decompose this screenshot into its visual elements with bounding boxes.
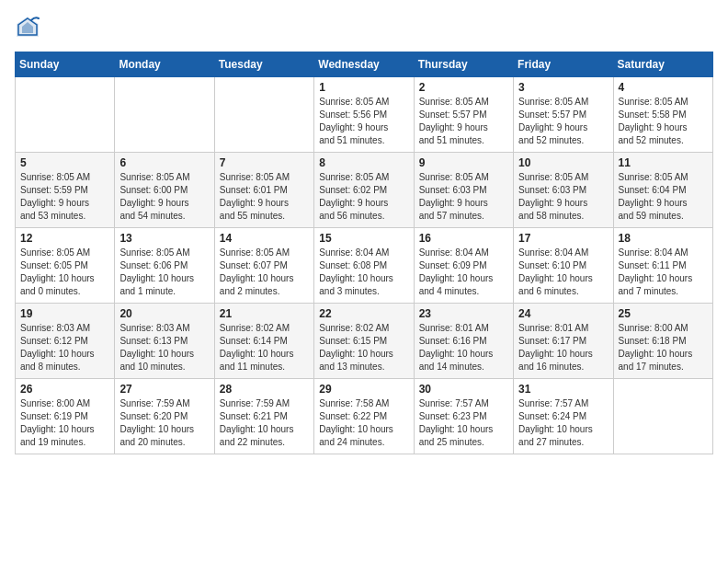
- day-info: Sunrise: 8:04 AM Sunset: 6:08 PM Dayligh…: [319, 247, 408, 298]
- calendar-cell: 15Sunrise: 8:04 AM Sunset: 6:08 PM Dayli…: [314, 228, 414, 304]
- calendar-cell: 30Sunrise: 7:57 AM Sunset: 6:23 PM Dayli…: [414, 379, 513, 454]
- calendar-cell: 6Sunrise: 8:05 AM Sunset: 6:00 PM Daylig…: [115, 153, 214, 228]
- day-number: 29: [319, 383, 408, 396]
- calendar-week-row: 5Sunrise: 8:05 AM Sunset: 5:59 PM Daylig…: [16, 153, 713, 228]
- day-number: 16: [419, 232, 508, 245]
- weekday-header-thursday: Thursday: [414, 52, 513, 77]
- day-info: Sunrise: 8:04 AM Sunset: 6:09 PM Dayligh…: [419, 247, 508, 298]
- calendar-cell: [115, 77, 214, 153]
- calendar-week-row: 12Sunrise: 8:05 AM Sunset: 6:05 PM Dayli…: [16, 228, 713, 304]
- calendar-cell: 14Sunrise: 8:05 AM Sunset: 6:07 PM Dayli…: [214, 228, 313, 304]
- day-number: 26: [20, 383, 109, 396]
- calendar-cell: 20Sunrise: 8:03 AM Sunset: 6:13 PM Dayli…: [115, 304, 214, 379]
- day-number: 5: [20, 156, 109, 169]
- day-info: Sunrise: 8:01 AM Sunset: 6:16 PM Dayligh…: [419, 322, 508, 373]
- day-info: Sunrise: 7:59 AM Sunset: 6:21 PM Dayligh…: [220, 397, 309, 449]
- day-number: 22: [319, 307, 408, 320]
- day-number: 23: [419, 307, 508, 320]
- calendar-cell: 24Sunrise: 8:01 AM Sunset: 6:17 PM Dayli…: [514, 304, 613, 379]
- day-number: 8: [319, 156, 408, 169]
- day-info: Sunrise: 8:04 AM Sunset: 6:11 PM Dayligh…: [619, 247, 708, 298]
- day-info: Sunrise: 8:03 AM Sunset: 6:13 PM Dayligh…: [119, 322, 209, 373]
- calendar-cell: 26Sunrise: 8:00 AM Sunset: 6:19 PM Dayli…: [16, 379, 115, 454]
- day-number: 6: [119, 156, 209, 169]
- calendar-cell: [214, 77, 313, 153]
- weekday-header-monday: Monday: [115, 52, 214, 77]
- day-info: Sunrise: 8:02 AM Sunset: 6:15 PM Dayligh…: [319, 322, 408, 373]
- calendar-cell: 2Sunrise: 8:05 AM Sunset: 5:57 PM Daylig…: [414, 77, 513, 153]
- calendar-cell: [16, 77, 115, 153]
- calendar-cell: 18Sunrise: 8:04 AM Sunset: 6:11 PM Dayli…: [613, 228, 712, 304]
- weekday-header-wednesday: Wednesday: [314, 52, 414, 77]
- day-number: 12: [20, 232, 109, 245]
- day-number: 30: [419, 383, 508, 396]
- calendar-cell: 7Sunrise: 8:05 AM Sunset: 6:01 PM Daylig…: [214, 153, 313, 228]
- calendar-cell: 13Sunrise: 8:05 AM Sunset: 6:06 PM Dayli…: [115, 228, 214, 304]
- calendar-cell: [613, 379, 712, 454]
- day-number: 3: [518, 81, 608, 94]
- day-info: Sunrise: 8:05 AM Sunset: 5:56 PM Dayligh…: [319, 96, 408, 147]
- calendar-cell: 25Sunrise: 8:00 AM Sunset: 6:18 PM Dayli…: [613, 304, 712, 379]
- day-info: Sunrise: 8:05 AM Sunset: 6:03 PM Dayligh…: [518, 171, 608, 223]
- day-number: 18: [619, 232, 708, 245]
- calendar-cell: 10Sunrise: 8:05 AM Sunset: 6:03 PM Dayli…: [514, 153, 613, 228]
- day-number: 9: [419, 156, 508, 169]
- day-info: Sunrise: 7:59 AM Sunset: 6:20 PM Dayligh…: [119, 397, 209, 449]
- day-info: Sunrise: 7:57 AM Sunset: 6:23 PM Dayligh…: [419, 397, 508, 449]
- calendar-cell: 29Sunrise: 7:58 AM Sunset: 6:22 PM Dayli…: [314, 379, 414, 454]
- day-info: Sunrise: 8:05 AM Sunset: 5:58 PM Dayligh…: [619, 96, 708, 147]
- calendar-cell: 21Sunrise: 8:02 AM Sunset: 6:14 PM Dayli…: [214, 304, 313, 379]
- calendar-cell: 27Sunrise: 7:59 AM Sunset: 6:20 PM Dayli…: [115, 379, 214, 454]
- day-info: Sunrise: 7:57 AM Sunset: 6:24 PM Dayligh…: [518, 397, 608, 449]
- day-number: 31: [518, 383, 608, 396]
- day-info: Sunrise: 8:00 AM Sunset: 6:18 PM Dayligh…: [619, 322, 708, 373]
- day-number: 17: [518, 232, 608, 245]
- day-number: 25: [619, 307, 708, 320]
- day-number: 10: [518, 156, 608, 169]
- day-number: 2: [419, 81, 508, 94]
- day-info: Sunrise: 8:03 AM Sunset: 6:12 PM Dayligh…: [20, 322, 109, 373]
- calendar-cell: 22Sunrise: 8:02 AM Sunset: 6:15 PM Dayli…: [314, 304, 414, 379]
- calendar-cell: 16Sunrise: 8:04 AM Sunset: 6:09 PM Dayli…: [414, 228, 513, 304]
- day-info: Sunrise: 8:05 AM Sunset: 5:57 PM Dayligh…: [419, 96, 508, 147]
- day-number: 28: [220, 383, 309, 396]
- calendar-cell: 23Sunrise: 8:01 AM Sunset: 6:16 PM Dayli…: [414, 304, 513, 379]
- weekday-header-sunday: Sunday: [16, 52, 115, 77]
- day-number: 15: [319, 232, 408, 245]
- calendar-cell: 17Sunrise: 8:04 AM Sunset: 6:10 PM Dayli…: [514, 228, 613, 304]
- calendar-cell: 12Sunrise: 8:05 AM Sunset: 6:05 PM Dayli…: [16, 228, 115, 304]
- day-number: 20: [119, 307, 209, 320]
- day-info: Sunrise: 8:05 AM Sunset: 6:00 PM Dayligh…: [119, 171, 209, 223]
- weekday-header-friday: Friday: [514, 52, 613, 77]
- calendar-cell: 31Sunrise: 7:57 AM Sunset: 6:24 PM Dayli…: [514, 379, 613, 454]
- day-number: 13: [119, 232, 209, 245]
- day-number: 1: [319, 81, 408, 94]
- calendar-cell: 4Sunrise: 8:05 AM Sunset: 5:58 PM Daylig…: [613, 77, 712, 153]
- day-info: Sunrise: 8:05 AM Sunset: 6:06 PM Dayligh…: [119, 247, 209, 298]
- day-info: Sunrise: 8:05 AM Sunset: 6:05 PM Dayligh…: [20, 247, 109, 298]
- page-header: [15, 15, 713, 40]
- logo: [15, 15, 44, 40]
- calendar-cell: 19Sunrise: 8:03 AM Sunset: 6:12 PM Dayli…: [16, 304, 115, 379]
- calendar-week-row: 19Sunrise: 8:03 AM Sunset: 6:12 PM Dayli…: [16, 304, 713, 379]
- calendar-week-row: 1Sunrise: 8:05 AM Sunset: 5:56 PM Daylig…: [16, 77, 713, 153]
- day-number: 19: [20, 307, 109, 320]
- calendar-cell: 9Sunrise: 8:05 AM Sunset: 6:03 PM Daylig…: [414, 153, 513, 228]
- logo-icon: [15, 15, 40, 40]
- day-number: 7: [220, 156, 309, 169]
- calendar-cell: 8Sunrise: 8:05 AM Sunset: 6:02 PM Daylig…: [314, 153, 414, 228]
- day-number: 14: [220, 232, 309, 245]
- day-number: 27: [119, 383, 209, 396]
- day-info: Sunrise: 8:05 AM Sunset: 6:03 PM Dayligh…: [419, 171, 508, 223]
- day-number: 24: [518, 307, 608, 320]
- day-info: Sunrise: 7:58 AM Sunset: 6:22 PM Dayligh…: [319, 397, 408, 449]
- day-info: Sunrise: 8:05 AM Sunset: 5:57 PM Dayligh…: [518, 96, 608, 147]
- weekday-header-row: SundayMondayTuesdayWednesdayThursdayFrid…: [16, 52, 713, 77]
- day-info: Sunrise: 8:05 AM Sunset: 6:02 PM Dayligh…: [319, 171, 408, 223]
- calendar-table: SundayMondayTuesdayWednesdayThursdayFrid…: [15, 52, 713, 454]
- calendar-cell: 28Sunrise: 7:59 AM Sunset: 6:21 PM Dayli…: [214, 379, 313, 454]
- day-number: 4: [619, 81, 708, 94]
- calendar-cell: 3Sunrise: 8:05 AM Sunset: 5:57 PM Daylig…: [514, 77, 613, 153]
- calendar-cell: 1Sunrise: 8:05 AM Sunset: 5:56 PM Daylig…: [314, 77, 414, 153]
- calendar-cell: 11Sunrise: 8:05 AM Sunset: 6:04 PM Dayli…: [613, 153, 712, 228]
